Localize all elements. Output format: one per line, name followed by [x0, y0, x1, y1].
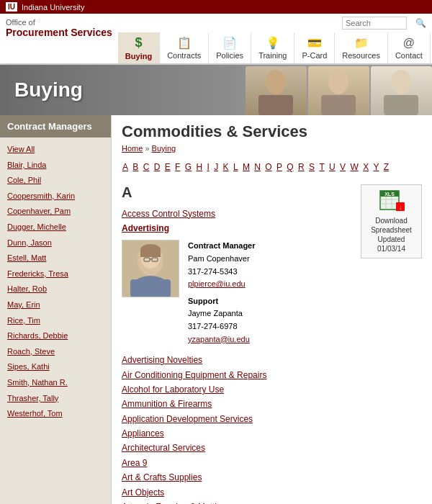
svg-point-0 [266, 70, 286, 94]
commodity-list-item[interactable]: Art Objects [122, 485, 422, 500]
banner: Buying [0, 65, 432, 115]
sidebar: Contract Managers View AllBlair, LindaCo… [0, 115, 112, 504]
svg-rect-5 [384, 95, 418, 115]
alpha-link-f[interactable]: F [175, 162, 180, 172]
person-silhouette-1 [246, 66, 307, 115]
alpha-link-o[interactable]: O [265, 162, 271, 172]
commodity-list-item[interactable]: Art & Crafts Supplies [122, 470, 422, 485]
manager-photo-svg [122, 240, 179, 297]
search-icon[interactable]: 🔍 [415, 18, 426, 28]
alpha-link-y[interactable]: Y [373, 162, 379, 172]
manager-photo [122, 240, 179, 297]
sidebar-link[interactable]: Richards, Debbie [0, 328, 111, 344]
alpha-link-r[interactable]: R [298, 162, 305, 172]
support-name: Jayme Zapanta [188, 307, 256, 320]
sidebar-links: View AllBlair, LindaCole, PhilCoopersmit… [0, 138, 111, 426]
resources-icon: 📁 [354, 36, 369, 50]
alpha-link-i[interactable]: I [207, 162, 210, 172]
nav-item-contact[interactable]: @ Contact [388, 32, 431, 63]
alpha-link-x[interactable]: X [363, 162, 369, 172]
svg-point-4 [391, 70, 411, 94]
alpha-link-w[interactable]: W [350, 162, 358, 172]
alpha-link-p[interactable]: P [276, 162, 282, 172]
svg-rect-1 [258, 95, 293, 115]
alpha-link-n[interactable]: N [254, 162, 261, 172]
search-input[interactable] [342, 17, 407, 30]
sidebar-link[interactable]: Roach, Steve [0, 344, 111, 360]
sidebar-link[interactable]: View All [0, 142, 111, 158]
pcard-icon: 💳 [307, 36, 322, 50]
alpha-link-s[interactable]: S [309, 162, 315, 172]
alpha-link-u[interactable]: U [329, 162, 336, 172]
dollar-icon: $ [135, 35, 142, 50]
alpha-link-d[interactable]: D [154, 162, 161, 172]
logo-area: Office of Procurement Services [0, 14, 118, 63]
alpha-link-e[interactable]: E [165, 162, 171, 172]
sidebar-link[interactable]: Halter, Rob [0, 282, 111, 297]
nav-item-pcard[interactable]: 💳 P-Card [294, 32, 335, 63]
alpha-link-q[interactable]: Q [287, 162, 293, 172]
alpha-link-b[interactable]: B [132, 162, 138, 172]
manager-name: Pam Copenhaver [188, 253, 256, 266]
sidebar-link[interactable]: Copenhaver, Pam [0, 204, 111, 220]
svg-rect-24 [130, 279, 171, 297]
sidebar-link[interactable]: Fredericks, Tresa [0, 266, 111, 282]
nav-pcard-label: P-Card [302, 51, 327, 60]
alpha-link-m[interactable]: M [243, 162, 250, 172]
sidebar-link[interactable]: Cole, Phil [0, 173, 111, 189]
alpha-link-h[interactable]: H [196, 162, 202, 172]
sidebar-title: Contract Managers [0, 115, 111, 138]
sidebar-link[interactable]: Sipes, Kathi [0, 359, 111, 375]
commodity-list-item[interactable]: Alcohol for Laboratory Use [122, 382, 422, 397]
alpha-link-l[interactable]: L [233, 162, 238, 172]
nav-icons: $ Buying 📋 Contracts 📄 Policies 💡 Traini… [118, 32, 432, 63]
commodity-list-item[interactable]: Architectural Services [122, 441, 422, 455]
office-of-label: Office of [6, 18, 112, 27]
person-silhouette-3 [371, 66, 432, 115]
alpha-link-g[interactable]: G [185, 162, 192, 172]
manager-email[interactable]: plpierce@iu.edu [188, 279, 246, 288]
sidebar-link[interactable]: Dugger, Michelle [0, 220, 111, 235]
person-silhouette-2 [308, 66, 369, 115]
sidebar-link[interactable]: Smith, Nathan R. [0, 375, 111, 391]
alpha-link-k[interactable]: K [223, 162, 229, 172]
breadcrumb: Home » Buying [122, 144, 422, 153]
sidebar-link[interactable]: Dunn, Jason [0, 235, 111, 251]
nav-item-contracts[interactable]: 📋 Contracts [160, 32, 209, 63]
svg-rect-19 [140, 250, 161, 257]
breadcrumb-home[interactable]: Home [122, 144, 143, 153]
alpha-link-z[interactable]: Z [384, 162, 389, 172]
sidebar-link[interactable]: Thrasher, Tally [0, 391, 111, 407]
commodity-list-item[interactable]: Artwork, Framing & Matting [122, 500, 422, 504]
commodity-list-item[interactable]: Appliances [122, 426, 422, 441]
svg-point-2 [328, 70, 348, 94]
sidebar-link[interactable]: May, Erin [0, 297, 111, 313]
commodity-list-item[interactable]: Ammunition & Firearms [122, 397, 422, 411]
alpha-link-j[interactable]: J [214, 162, 218, 172]
alpha-link-a[interactable]: A [122, 162, 128, 172]
sidebar-link[interactable]: Rice, Tim [0, 313, 111, 329]
commodity-list-item[interactable]: Advertising Novelties [122, 353, 422, 367]
commodity-list-item[interactable]: Application Development Services [122, 412, 422, 426]
nav-item-resources[interactable]: 📁 Resources [335, 32, 388, 63]
commodity-list-item[interactable]: Air Conditioning Equipment & Repairs [122, 368, 422, 382]
sidebar-link[interactable]: Westerhof, Tom [0, 406, 111, 422]
support-label: Support [188, 297, 218, 305]
sidebar-link[interactable]: Blair, Linda [0, 158, 111, 174]
xls-spreadsheet-icon: XLS ↓ [379, 189, 405, 211]
alpha-link-c[interactable]: C [143, 162, 150, 172]
support-email[interactable]: yzapanta@iu.edu [188, 335, 250, 343]
nav-item-buying[interactable]: $ Buying [118, 32, 160, 63]
sidebar-link[interactable]: Estell, Matt [0, 251, 111, 266]
nav-item-training[interactable]: 💡 Training [251, 32, 294, 63]
sidebar-link[interactable]: Coopersmith, Karin [0, 189, 111, 204]
manager-phone: 317-274-5343 [188, 266, 256, 279]
alpha-link-v[interactable]: V [340, 162, 346, 172]
contact-icon: @ [403, 37, 415, 50]
nav-item-policies[interactable]: 📄 Policies [209, 32, 251, 63]
commodity-list-item[interactable]: Area 9 [122, 456, 422, 470]
proc-services-label: Procurement Services [6, 27, 112, 39]
alpha-link-t[interactable]: T [319, 162, 324, 172]
iu-shield: IU [6, 2, 17, 12]
breadcrumb-buying[interactable]: Buying [152, 144, 176, 153]
